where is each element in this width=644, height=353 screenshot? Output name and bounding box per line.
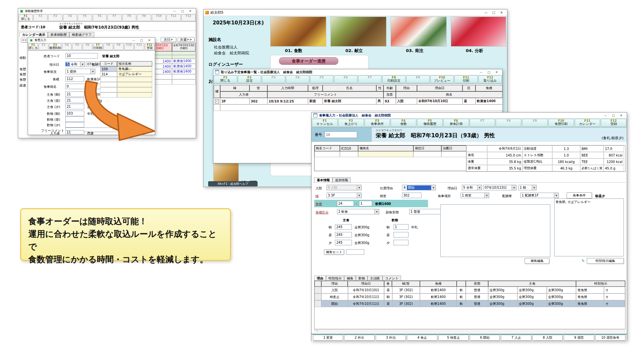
ward-combo[interactable]: 3 3F▼ bbox=[327, 193, 362, 198]
disease-row[interactable] bbox=[315, 151, 467, 157]
close-icon[interactable]: ✕ bbox=[498, 10, 505, 15]
reason-date-combo[interactable]: 07年10月23日▼ bbox=[483, 185, 517, 190]
chevron-down-icon[interactable]: ▼ bbox=[477, 185, 482, 190]
fkey-f7[interactable]: F7 bbox=[470, 119, 495, 127]
menu-photo-hacchu[interactable] bbox=[391, 17, 447, 47]
reason-button-7[interactable]: 7 入止 bbox=[501, 335, 531, 341]
calendar-cell[interactable] bbox=[172, 55, 195, 59]
maximize-icon[interactable]: □ bbox=[485, 70, 493, 75]
supplement-edit-button[interactable]: 補食編集 bbox=[525, 258, 549, 264]
meal-status-combo[interactable]: 1 提供▼ bbox=[65, 69, 95, 74]
reason-meal-combo[interactable]: 1 朝▼ bbox=[518, 185, 537, 190]
menu-label-hacchu[interactable]: 03. 発注 bbox=[406, 48, 423, 54]
fkey-f8[interactable]: F8 bbox=[103, 43, 113, 50]
fkey-f8[interactable]: F8印刷設定 bbox=[382, 75, 406, 83]
foodtype-code-input[interactable]: 24 bbox=[337, 201, 354, 206]
fkey-f3[interactable]: F3 bbox=[48, 14, 62, 21]
supplement-set-input[interactable] bbox=[346, 249, 364, 255]
calendar-cell[interactable] bbox=[172, 51, 195, 55]
era-combo[interactable]: 5令和▼ bbox=[65, 61, 85, 67]
chevron-down-icon[interactable]: ▼ bbox=[431, 185, 436, 190]
foodtype-class-combo[interactable]: 2 軟食▼ bbox=[337, 209, 379, 214]
fkey-f5[interactable]: F5 bbox=[310, 75, 333, 83]
fkey-f12[interactable]: F12登録 bbox=[145, 43, 154, 50]
cart-combo[interactable]: 1 配膳車1F▼ bbox=[520, 193, 559, 198]
minimize-icon[interactable]: — bbox=[130, 38, 138, 43]
fkey-f10[interactable]: F10食歴印刷 bbox=[548, 119, 574, 127]
tab-labgraph[interactable]: 検査値グラフ bbox=[69, 32, 94, 37]
fkey-f9[interactable]: F9 bbox=[406, 75, 430, 83]
minimize-icon[interactable]: — bbox=[171, 8, 179, 14]
menu-label-kondate[interactable]: 02. 献立 bbox=[345, 48, 363, 54]
menu-photo-shokusu[interactable] bbox=[270, 17, 326, 47]
meal-condition-button[interactable]: 食事条件 bbox=[567, 192, 592, 198]
fkey-f4[interactable]: F4食数 bbox=[391, 119, 416, 127]
fkey-f9[interactable]: F9 bbox=[522, 119, 548, 127]
fkey-f11[interactable]: F11印刷 bbox=[454, 75, 478, 83]
close-icon[interactable]: ✕ bbox=[186, 8, 194, 14]
reason-button-1[interactable]: 1 変更 bbox=[313, 335, 343, 341]
fkey-f3[interactable]: F3 bbox=[262, 75, 285, 83]
row-checkbox[interactable]: ✓ bbox=[214, 98, 220, 104]
fkey-f1[interactable]: F1キャンセル bbox=[312, 119, 338, 127]
reason-row-selected[interactable]: 開始 令和7年10月11日 昼 3F (302) 軟粥1400 軟 普通 全粥3… bbox=[315, 300, 625, 307]
fkey-f2[interactable]: F2食上がり bbox=[338, 119, 364, 127]
fkey-f1[interactable]: F1閉じる bbox=[28, 43, 38, 50]
calendar-cell[interactable]: 軟菜食1400 bbox=[172, 64, 195, 69]
chevron-down-icon[interactable]: ▼ bbox=[357, 185, 361, 190]
chevron-down-icon[interactable]: ▼ bbox=[357, 193, 361, 198]
fkey-f3[interactable]: F3履歴削除 bbox=[49, 43, 61, 50]
maximize-icon[interactable]: □ bbox=[490, 10, 498, 15]
fkey-f5[interactable]: F5傷病履歴 bbox=[417, 119, 443, 127]
reason-button-10[interactable]: 10 退院食有 bbox=[595, 335, 625, 341]
fkey-f2[interactable]: F2 bbox=[39, 43, 48, 50]
fkey-f10[interactable]: F10プレビュー bbox=[430, 75, 454, 83]
maximize-icon[interactable]: □ bbox=[138, 38, 145, 43]
tab-movement[interactable]: 患者移動歴 bbox=[48, 32, 69, 37]
fkey-f2[interactable]: F2 bbox=[34, 14, 48, 21]
instruction-row[interactable]: 314 そばアレルギー bbox=[100, 72, 152, 77]
fkey-f7[interactable]: F7 bbox=[358, 75, 382, 83]
fkey-f10[interactable]: F10 bbox=[152, 14, 166, 21]
menu-photo-kondate[interactable] bbox=[330, 17, 386, 47]
fkey-f10[interactable]: F10 bbox=[124, 43, 134, 50]
next-week-button[interactable]: 次週>> bbox=[178, 37, 195, 42]
drink-morning-input[interactable]: 1 bbox=[394, 224, 409, 230]
reason-button-6[interactable]: 6 開始 bbox=[470, 335, 500, 341]
calendar-cell[interactable] bbox=[172, 79, 195, 85]
reason-button-8[interactable]: 8 入院 bbox=[532, 335, 563, 341]
fkey-f11[interactable]: F11カレンダー bbox=[575, 119, 600, 127]
minimize-icon[interactable]: — bbox=[602, 113, 610, 118]
fkey-f4[interactable]: F4 bbox=[62, 43, 72, 50]
reason-button-4[interactable]: 4 食止 bbox=[407, 335, 437, 341]
fkey-f1[interactable]: F1閉じる bbox=[19, 14, 33, 21]
slip-reason-combo[interactable]: 6開始▼ bbox=[402, 185, 436, 190]
reason-button-5[interactable]: 5 検査止 bbox=[438, 335, 469, 341]
fkey-f12[interactable]: F12 bbox=[181, 14, 196, 21]
minimize-icon[interactable]: — bbox=[482, 10, 490, 15]
calendar-cell[interactable] bbox=[172, 74, 195, 79]
room-input[interactable]: 302 bbox=[402, 193, 422, 198]
instruction-row[interactable]: 109 青魚嫌い bbox=[100, 66, 152, 72]
horizontal-scrollbar[interactable]: — bbox=[314, 329, 625, 333]
staple-evening-input[interactable]: 245 bbox=[335, 240, 352, 245]
chevron-down-icon[interactable]: ▼ bbox=[484, 193, 489, 198]
fkey-f8[interactable]: F8 bbox=[496, 119, 521, 127]
spinner-icon[interactable]: ▼ bbox=[512, 185, 516, 190]
patient-code-input[interactable]: 10 bbox=[65, 53, 98, 59]
fkey-f11[interactable]: F11 bbox=[167, 14, 181, 21]
fkey-f6[interactable]: F6 bbox=[93, 14, 107, 21]
chevron-down-icon[interactable]: ▼ bbox=[532, 185, 536, 190]
help-button[interactable]: Alt+F1 - 給太郎ヘルプ bbox=[208, 181, 258, 186]
next-day-button[interactable]: 次日> bbox=[161, 37, 176, 42]
fkey-f2[interactable]: F2設定 bbox=[238, 75, 261, 83]
place-combo[interactable]: 1 病室▼ bbox=[461, 193, 489, 198]
fkey-f12[interactable]: F12登録 bbox=[601, 119, 626, 127]
reason-era-combo[interactable]: 5 令和▼ bbox=[462, 185, 482, 190]
chevron-down-icon[interactable]: ▼ bbox=[90, 69, 95, 74]
fkey-f7[interactable]: F7行削除 bbox=[93, 43, 103, 50]
maximize-icon[interactable]: □ bbox=[610, 113, 617, 118]
reason-button-9[interactable]: 9 退院 bbox=[564, 335, 594, 341]
calendar-cell[interactable]: 軟菜食1400 bbox=[172, 69, 195, 74]
supplement-listbox[interactable] bbox=[440, 204, 550, 257]
